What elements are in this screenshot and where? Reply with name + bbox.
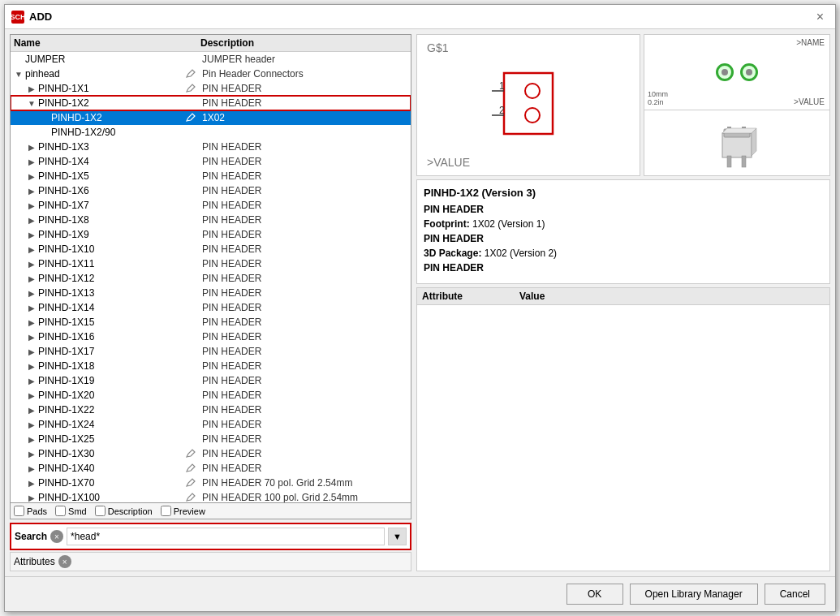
tree-row-pinhd-1x18[interactable]: ▶PINHD-1X18PIN HEADER — [11, 359, 411, 373]
pcb-top-view: >NAME >VALUE 10mm 0.2in — [644, 35, 829, 110]
tree-row-pinhd-1x3[interactable]: ▶PINHD-1X3PIN HEADER — [11, 140, 411, 154]
attributes-bar: Attributes × — [10, 552, 411, 571]
footprint-label: Footprint: — [424, 218, 470, 230]
component-3d-svg — [704, 117, 769, 170]
component-type: PIN HEADER — [424, 204, 823, 215]
tree-row-pinhd-1x25[interactable]: ▶PINHD-1X25PIN HEADER — [11, 432, 411, 446]
tree-row-pinhd-1x13[interactable]: ▶PINHD-1X13PIN HEADER — [11, 286, 411, 300]
schematic-value-label: >VALUE — [427, 156, 470, 169]
attr-col-value: Value — [519, 291, 825, 302]
tree-row-pinhd-1x20[interactable]: ▶PINHD-1X20PIN HEADER — [11, 388, 411, 403]
tree-row-pinhead[interactable]: ▼pinheadPin Header Connectors — [11, 67, 411, 81]
tree-row-pinhd-1x14[interactable]: ▶PINHD-1X14PIN HEADER — [11, 300, 411, 315]
right-panel: G$1 1 2 — [416, 34, 830, 571]
tree-row-pinhd-1x8[interactable]: ▶PINHD-1X8PIN HEADER — [11, 213, 411, 227]
smd-filter[interactable]: Smd — [55, 506, 87, 516]
preview-filter[interactable]: Preview — [161, 506, 205, 516]
component-type-label: PIN HEADER — [424, 204, 484, 215]
attr-table-header: Attribute Value — [417, 288, 829, 305]
svg-text:1: 1 — [499, 80, 505, 92]
preview-area: G$1 1 2 — [416, 34, 830, 176]
tree-row-pinhd-1x4[interactable]: ▶PINHD-1X4PIN HEADER — [11, 154, 411, 169]
tree-row-pinhd-1x19[interactable]: ▶PINHD-1X19PIN HEADER — [11, 373, 411, 388]
tree-row-pinhd-1x1[interactable]: ▶PINHD-1X1PIN HEADER — [11, 81, 411, 96]
svg-text:2: 2 — [499, 105, 505, 116]
tree-row-pinhd-1x17[interactable]: ▶PINHD-1X17PIN HEADER — [11, 344, 411, 359]
component-package-type: PIN HEADER — [424, 262, 823, 274]
attr-col-attribute: Attribute — [422, 291, 519, 302]
pcb-preview: >NAME >VALUE 10mm 0.2in — [644, 34, 830, 176]
tree-row-pinhd-1x24[interactable]: ▶PINHD-1X24PIN HEADER — [11, 417, 411, 432]
pcb-ruler: 10mm 0.2in — [648, 90, 668, 106]
component-footprint-type: PIN HEADER — [424, 233, 823, 244]
tree-row-jumper[interactable]: JUMPERJUMPER header — [11, 52, 411, 67]
description-filter[interactable]: Description — [95, 506, 153, 516]
app-icon: SCH — [11, 11, 24, 24]
description-checkbox[interactable] — [95, 506, 106, 516]
col-desc-header: Description — [200, 37, 407, 49]
search-bar: Search × ▼ — [10, 523, 411, 550]
tree-row-pinhd-1x2-group[interactable]: ▼PINHD-1X2PIN HEADER — [11, 96, 411, 110]
tree-row-pinhd-1x15[interactable]: ▶PINHD-1X15PIN HEADER — [11, 315, 411, 330]
svg-marker-14 — [722, 128, 756, 133]
dialog-footer: OK Open Library Manager Cancel — [5, 576, 835, 611]
tree-row-pinhd-1x22[interactable]: ▶PINHD-1X22PIN HEADER — [11, 403, 411, 417]
tree-row-pinhd-1x5[interactable]: ▶PINHD-1X5PIN HEADER — [11, 169, 411, 183]
pcb-value-label: >VALUE — [794, 97, 825, 106]
tree-row-pinhd-1x12[interactable]: ▶PINHD-1X12PIN HEADER — [11, 271, 411, 286]
tree-row-pinhd-1x7[interactable]: ▶PINHD-1X7PIN HEADER — [11, 198, 411, 213]
open-library-manager-button[interactable]: Open Library Manager — [630, 584, 758, 605]
tree-row-pinhd-1x6[interactable]: ▶PINHD-1X6PIN HEADER — [11, 183, 411, 198]
schematic-g1-label: G$1 — [427, 41, 448, 54]
svg-rect-8 — [727, 156, 731, 167]
svg-point-6 — [525, 108, 540, 123]
component-package: 3D Package: 1X02 (Version 2) — [424, 248, 823, 259]
tree-row-pinhd-1x30[interactable]: ▶PINHD-1X30PIN HEADER — [11, 446, 411, 461]
tree-row-pinhd-1x100[interactable]: ▶PINHD-1X100PIN HEADER 100 pol. Grid 2.5… — [11, 490, 411, 503]
svg-rect-9 — [742, 156, 746, 167]
close-button[interactable]: × — [812, 8, 829, 26]
svg-rect-0 — [504, 73, 553, 134]
tree-row-pinhd-1x70[interactable]: ▶PINHD-1X70PIN HEADER 70 pol. Grid 2.54m… — [11, 476, 411, 490]
add-dialog: SCH ADD × Name Description JUMPERJUMPER … — [4, 4, 836, 612]
pads-filter[interactable]: Pads — [14, 506, 47, 516]
preview-checkbox[interactable] — [161, 506, 171, 516]
col-name-header: Name — [14, 37, 184, 49]
tree-row-pinhd-1x9[interactable]: ▶PINHD-1X9PIN HEADER — [11, 227, 411, 242]
tree-header: Name Description — [11, 35, 411, 52]
package-value: 1X02 (Version 2) — [485, 248, 557, 259]
title-bar-left: SCH ADD — [11, 11, 52, 24]
tree-row-pinhd-1x2-00[interactable]: PINHD-1X2/90 — [11, 125, 411, 140]
tree-rows: JUMPERJUMPER header▼pinheadPin Header Co… — [11, 52, 411, 503]
package-type-label: PIN HEADER — [424, 262, 484, 274]
pcb-holes — [716, 63, 758, 81]
schematic-symbol-svg: 1 2 — [488, 65, 569, 146]
tree-row-pinhd-1x16[interactable]: ▶PINHD-1X16PIN HEADER — [11, 330, 411, 344]
pcb-name-label: >NAME — [796, 38, 825, 47]
smd-checkbox[interactable] — [55, 506, 66, 516]
dialog-body: Name Description JUMPERJUMPER header▼pin… — [5, 29, 835, 576]
footprint-value: 1X02 (Version 1) — [472, 218, 545, 230]
tree-row-pinhd-1x11[interactable]: ▶PINHD-1X11PIN HEADER — [11, 256, 411, 271]
ok-button[interactable]: OK — [566, 584, 623, 605]
title-bar: SCH ADD × — [5, 5, 835, 29]
search-dropdown-button[interactable]: ▼ — [388, 528, 407, 545]
pads-checkbox[interactable] — [14, 506, 24, 516]
component-info-title: PINHD-1X2 (Version 3) — [424, 187, 823, 199]
svg-point-3 — [525, 84, 540, 98]
attributes-clear-button[interactable]: × — [58, 555, 71, 568]
attr-table-area: Attribute Value — [416, 287, 830, 571]
tree-row-pinhd-1x10[interactable]: ▶PINHD-1X10PIN HEADER — [11, 242, 411, 256]
tree-row-pinhd-1x2-sel[interactable]: PINHD-1X21X02 — [11, 110, 411, 125]
component-info: PINHD-1X2 (Version 3) PIN HEADER Footpri… — [416, 179, 830, 284]
package-label: 3D Package: — [424, 248, 481, 259]
pcb-3d-view — [644, 110, 829, 175]
cancel-button[interactable]: Cancel — [765, 584, 825, 605]
tree-row-pinhd-1x40[interactable]: ▶PINHD-1X40PIN HEADER — [11, 461, 411, 476]
left-panel: Name Description JUMPERJUMPER header▼pin… — [10, 34, 411, 571]
search-input[interactable] — [67, 528, 385, 545]
attributes-label: Attributes — [14, 556, 55, 567]
tree-container[interactable]: Name Description JUMPERJUMPER header▼pin… — [10, 34, 411, 503]
search-label: Search — [15, 531, 47, 542]
search-clear-button[interactable]: × — [50, 530, 63, 543]
